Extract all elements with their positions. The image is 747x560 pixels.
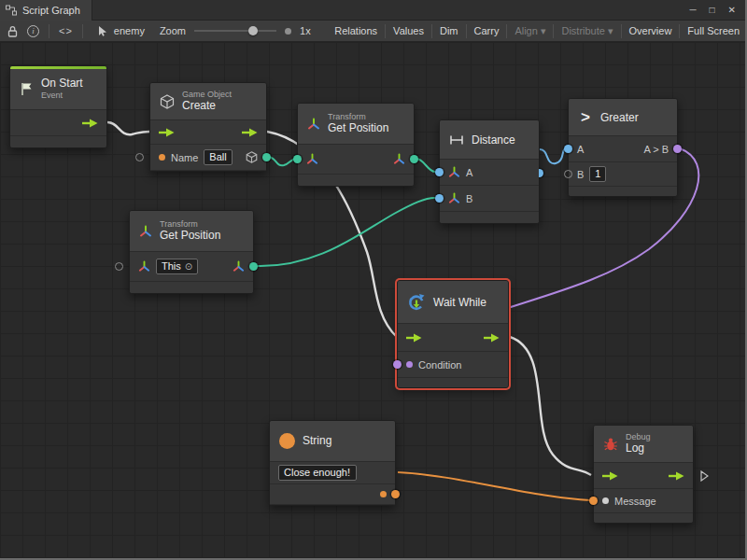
node-subtitle: Event — [41, 91, 83, 100]
position-output-port[interactable] — [249, 262, 258, 271]
relations-button[interactable]: Relations — [329, 25, 383, 36]
flow-out-port[interactable] — [242, 128, 258, 137]
script-graph-window: Script Graph ─ □ ✕ i <> enemy Zoom — [0, 0, 747, 560]
zoom-slider-handle[interactable] — [248, 26, 258, 35]
input-a-label: A — [466, 167, 472, 178]
game-object-icon — [246, 151, 258, 163]
transform-icon — [307, 118, 320, 131]
unconnected-flow-indicator[interactable] — [700, 470, 709, 482]
input-a-port[interactable] — [564, 145, 572, 153]
node-header: Distance — [440, 120, 539, 160]
node-header: > Greater — [569, 99, 677, 136]
overview-button[interactable]: Overview — [624, 25, 678, 36]
wire-flow-onstart-create[interactable] — [107, 122, 149, 134]
dim-button[interactable]: Dim — [434, 25, 464, 36]
condition-input-port[interactable] — [393, 360, 402, 369]
node-log[interactable]: Debug Log Message — [593, 425, 694, 524]
toolbar-separator — [506, 24, 507, 38]
node-greater[interactable]: > Greater A A > B B 1 — [568, 98, 678, 197]
graph-canvas[interactable]: On Start Event Game Object — [0, 42, 745, 560]
object-picker-icon[interactable]: ⊙ — [185, 261, 192, 273]
string-type-dot — [380, 491, 387, 497]
unconnected-input-port[interactable] — [135, 153, 144, 161]
transform-icon — [139, 225, 152, 238]
b-value-input[interactable]: 1 — [589, 166, 606, 182]
position-output-port[interactable] — [410, 155, 418, 163]
zoom-slider-track — [194, 30, 276, 32]
flag-icon — [20, 82, 34, 96]
node-string[interactable]: String Close enough! — [269, 420, 396, 506]
node-header: Wait While — [398, 281, 508, 324]
node-footer — [569, 187, 677, 196]
close-button[interactable]: ✕ — [728, 0, 736, 21]
node-title: On Start — [41, 77, 83, 91]
unconnected-input-port[interactable] — [115, 262, 123, 271]
vector-icon — [233, 260, 245, 273]
tab-script-graph[interactable]: Script Graph — [0, 0, 92, 21]
name-input[interactable]: Ball — [204, 149, 232, 165]
toolbar-separator — [82, 24, 83, 38]
carry-button[interactable]: Carry — [469, 25, 505, 36]
lock-icon[interactable] — [7, 25, 18, 37]
node-footer — [130, 282, 253, 293]
node-header: Game Object Create — [150, 83, 266, 120]
input-a-port[interactable] — [435, 168, 444, 176]
toolbar-separator — [553, 24, 554, 38]
game-object-output-port[interactable] — [262, 153, 271, 161]
values-button[interactable]: Values — [388, 25, 430, 36]
input-b-label: B — [577, 169, 584, 180]
input-b-port[interactable] — [435, 194, 444, 203]
wire-string-log-message[interactable] — [398, 472, 590, 500]
string-value-input[interactable]: Close enough! — [278, 465, 357, 481]
maximize-button[interactable]: □ — [710, 0, 715, 21]
flow-out-port[interactable] — [669, 471, 684, 481]
wire-distance-greater-a[interactable] — [540, 148, 566, 163]
distance-icon — [449, 134, 464, 146]
distribute-button[interactable]: Distribute ▾ — [556, 25, 618, 37]
zoom-indicator-dot[interactable] — [285, 28, 291, 35]
node-footer — [594, 513, 693, 523]
node-footer — [440, 212, 539, 223]
target-value: This — [162, 260, 181, 273]
node-get-position-1[interactable]: Transform Get Position — [297, 103, 415, 187]
zoom-label: Zoom — [160, 25, 186, 36]
transform-input-port[interactable] — [293, 155, 302, 163]
string-output-port[interactable] — [391, 490, 400, 498]
flow-out-port[interactable] — [484, 333, 500, 343]
wire-flow-waitwhile-log[interactable] — [510, 337, 591, 475]
cursor-icon — [98, 26, 107, 36]
align-button[interactable]: Align ▾ — [509, 25, 551, 37]
node-distance[interactable]: Distance A B — [439, 119, 540, 224]
target-input[interactable]: This ⊙ — [156, 259, 198, 274]
toolbar-separator — [385, 24, 386, 38]
flow-in-port[interactable] — [159, 128, 175, 137]
node-create[interactable]: Game Object Create Name Ball — [149, 82, 267, 172]
minimize-button[interactable]: ─ — [689, 0, 696, 21]
node-wait-while[interactable]: Wait While Condition — [397, 280, 509, 388]
node-on-start[interactable]: On Start Event — [9, 65, 107, 148]
vector-icon — [393, 153, 405, 165]
toolbar-separator — [431, 24, 432, 38]
zoom-value: 1x — [300, 25, 311, 36]
fullscreen-button[interactable]: Full Screen — [682, 25, 745, 36]
flow-in-port[interactable] — [602, 471, 618, 481]
wire-getposition2-distance-b[interactable] — [256, 198, 435, 266]
wire-getposition1-distance-a[interactable] — [416, 159, 435, 172]
code-view-icon[interactable]: <> — [59, 25, 73, 36]
message-label: Message — [614, 496, 656, 507]
input-b-port[interactable] — [564, 170, 572, 178]
flow-in-port[interactable] — [406, 333, 422, 343]
toolbar-separator — [49, 24, 49, 38]
node-get-position-2[interactable]: Transform Get Position This ⊙ — [129, 210, 254, 294]
chevron-down-icon: ▾ — [608, 25, 613, 36]
tab-title: Script Graph — [22, 5, 80, 16]
cube-icon — [160, 94, 175, 109]
info-icon[interactable]: i — [27, 25, 39, 37]
zoom-slider[interactable] — [194, 25, 276, 36]
message-input-port[interactable] — [589, 497, 598, 505]
flow-out-port[interactable] — [82, 119, 98, 128]
window-controls: ─ □ ✕ — [689, 0, 745, 21]
result-output-port[interactable] — [673, 145, 682, 153]
node-title: Log — [626, 442, 651, 455]
align-label: Align — [514, 25, 537, 36]
